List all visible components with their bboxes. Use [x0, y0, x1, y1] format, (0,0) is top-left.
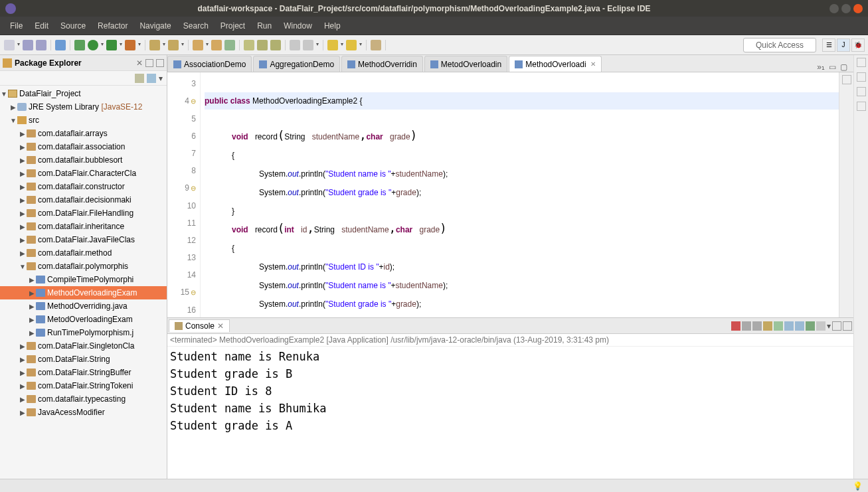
- code-content[interactable]: public class MethodOverloadingExample2 {…: [201, 72, 839, 317]
- overview-ruler-icon[interactable]: [842, 75, 851, 84]
- console-menu-icon[interactable]: ▾: [827, 321, 831, 331]
- package-node[interactable]: ▶com.dataflair.constructor: [0, 180, 167, 193]
- editor-tab-active[interactable]: MethodOverloadi✕: [509, 56, 601, 72]
- open-task-icon[interactable]: [193, 40, 203, 50]
- minimize-view-icon[interactable]: [145, 59, 153, 67]
- restore-icon[interactable]: [857, 58, 866, 67]
- tip-icon[interactable]: 💡: [853, 481, 863, 491]
- package-node[interactable]: ▶com.dataflair.arrays: [0, 127, 167, 140]
- collapse-all-icon[interactable]: [135, 74, 144, 83]
- open-console-icon[interactable]: [816, 321, 825, 331]
- new-class-icon[interactable]: [168, 40, 179, 50]
- perspective-debug-icon[interactable]: 🐞: [851, 39, 865, 52]
- project-tree[interactable]: ▼DataFlair_Project ▶JRE System Library […: [0, 86, 167, 479]
- maximize-button[interactable]: [841, 4, 851, 13]
- package-node[interactable]: ▶com.dataflair.typecasting: [0, 392, 167, 406]
- debug-icon[interactable]: [74, 40, 85, 50]
- max-console-icon[interactable]: [843, 321, 852, 331]
- editor-tab[interactable]: MetodOverloadin: [424, 56, 507, 72]
- console-tab[interactable]: Console ✕: [169, 319, 230, 332]
- new-package-icon[interactable]: [149, 40, 160, 50]
- menu-project[interactable]: Project: [220, 21, 245, 31]
- minimize-button[interactable]: [829, 4, 839, 13]
- package-node[interactable]: ▶com.dataflair.decisionmaki: [0, 193, 167, 206]
- package-node[interactable]: ▶com.DataFlair.FileHandling: [0, 206, 167, 220]
- editor-tab[interactable]: AssociationDemo: [167, 56, 252, 72]
- editor-tab[interactable]: MethodOverridin: [341, 56, 423, 72]
- task-list-icon[interactable]: [857, 87, 866, 96]
- project-node[interactable]: ▼DataFlair_Project: [0, 87, 167, 100]
- close-view-icon[interactable]: ✕: [136, 58, 143, 68]
- package-node[interactable]: ▶com.DataFlair.SingletonCla: [0, 339, 167, 353]
- build-icon[interactable]: [224, 40, 235, 50]
- terminate-icon[interactable]: [731, 321, 740, 331]
- jre-node[interactable]: ▶JRE System Library [JavaSE-12: [0, 100, 167, 114]
- code-editor[interactable]: 3 4 5 6 7 8 9 10 11 12 13 14 15 16 17 pu…: [167, 72, 853, 318]
- close-console-icon[interactable]: ✕: [217, 321, 224, 331]
- next-annotation-icon[interactable]: [270, 40, 281, 50]
- save-all-icon[interactable]: [36, 40, 46, 50]
- package-node[interactable]: ▶com.DataFlair.JavaFileClas: [0, 233, 167, 246]
- menu-refactor[interactable]: Refactor: [98, 21, 128, 31]
- java-file-selected[interactable]: ▶MethodOverloadingExam: [0, 286, 167, 299]
- java-file[interactable]: ▶CompileTimePolymorphi: [0, 273, 167, 286]
- coverage-icon[interactable]: [106, 40, 117, 50]
- view-menu-icon[interactable]: ▾: [159, 74, 163, 83]
- menu-window[interactable]: Window: [284, 21, 312, 31]
- toggle-mark-icon[interactable]: [257, 40, 268, 50]
- new-icon[interactable]: [4, 40, 15, 50]
- outline-icon[interactable]: [857, 72, 866, 82]
- pin-console-icon[interactable]: [784, 321, 794, 331]
- console-output[interactable]: Student name is Renuka Student grade is …: [167, 347, 853, 479]
- menu-help[interactable]: Help: [324, 21, 341, 31]
- open-type-icon[interactable]: [55, 40, 66, 50]
- src-node[interactable]: ▼src: [0, 114, 167, 127]
- menu-source[interactable]: Source: [60, 21, 86, 31]
- maximize-editor-icon[interactable]: ▢: [840, 62, 847, 72]
- min-console-icon[interactable]: [832, 321, 841, 331]
- java-file[interactable]: ▶MethodOverriding.java: [0, 299, 167, 313]
- package-node-open[interactable]: ▼com.dataflair.polymorphis: [0, 260, 167, 273]
- close-button[interactable]: [853, 4, 863, 13]
- link-editor-icon[interactable]: [147, 74, 156, 83]
- package-node[interactable]: ▶com.DataFlair.String: [0, 353, 167, 366]
- menu-run[interactable]: Run: [257, 21, 272, 31]
- package-node[interactable]: ▶com.DataFlair.CharacterCla: [0, 167, 167, 180]
- clear-console-icon[interactable]: [763, 321, 772, 331]
- scroll-lock-icon[interactable]: [774, 321, 783, 331]
- editor-tab[interactable]: AggregationDemo: [253, 56, 340, 72]
- menu-edit[interactable]: Edit: [35, 21, 48, 31]
- run-last-icon[interactable]: [125, 40, 135, 50]
- run-icon[interactable]: [88, 40, 98, 50]
- close-tab-icon[interactable]: ✕: [590, 60, 596, 68]
- pin-icon[interactable]: [371, 40, 381, 50]
- menu-search[interactable]: Search: [183, 21, 209, 31]
- display-selected-icon[interactable]: [795, 321, 804, 331]
- package-node[interactable]: ▶com.DataFlair.StringTokeni: [0, 379, 167, 392]
- tab-overflow[interactable]: »₁: [817, 62, 825, 72]
- package-node[interactable]: ▶com.DataFlair.StringBuffer: [0, 366, 167, 379]
- perspective-java-icon[interactable]: J: [837, 39, 850, 52]
- java-file[interactable]: ▶RunTimePolymorphism.j: [0, 326, 167, 339]
- remove-all-icon[interactable]: [752, 321, 762, 331]
- forward-icon[interactable]: [346, 40, 357, 50]
- package-node[interactable]: ▶com.dataflair.association: [0, 140, 167, 153]
- task-icon[interactable]: [211, 40, 222, 50]
- back-icon[interactable]: [327, 40, 338, 50]
- menu-file[interactable]: File: [10, 21, 23, 31]
- quick-access-input[interactable]: Quick Access: [743, 38, 816, 52]
- prev-edit-icon[interactable]: [290, 40, 300, 50]
- java-file[interactable]: ▶MetodOverloadingExam: [0, 313, 167, 326]
- menu-navigate[interactable]: Navigate: [139, 21, 171, 31]
- package-node[interactable]: ▶com.dataflair.method: [0, 246, 167, 260]
- minimap-icon[interactable]: [857, 102, 866, 111]
- minimize-editor-icon[interactable]: ▭: [829, 62, 836, 72]
- search-icon[interactable]: [244, 40, 254, 50]
- package-node[interactable]: ▶com.dataflair.bubblesort: [0, 153, 167, 167]
- save-icon[interactable]: [23, 40, 33, 50]
- next-edit-icon[interactable]: [303, 40, 313, 50]
- package-node[interactable]: ▶com.dataflair.inheritance: [0, 220, 167, 233]
- package-node[interactable]: ▶JavaAcessModifier: [0, 406, 167, 419]
- remove-launch-icon[interactable]: [742, 321, 751, 331]
- maximize-view-icon[interactable]: [156, 59, 164, 67]
